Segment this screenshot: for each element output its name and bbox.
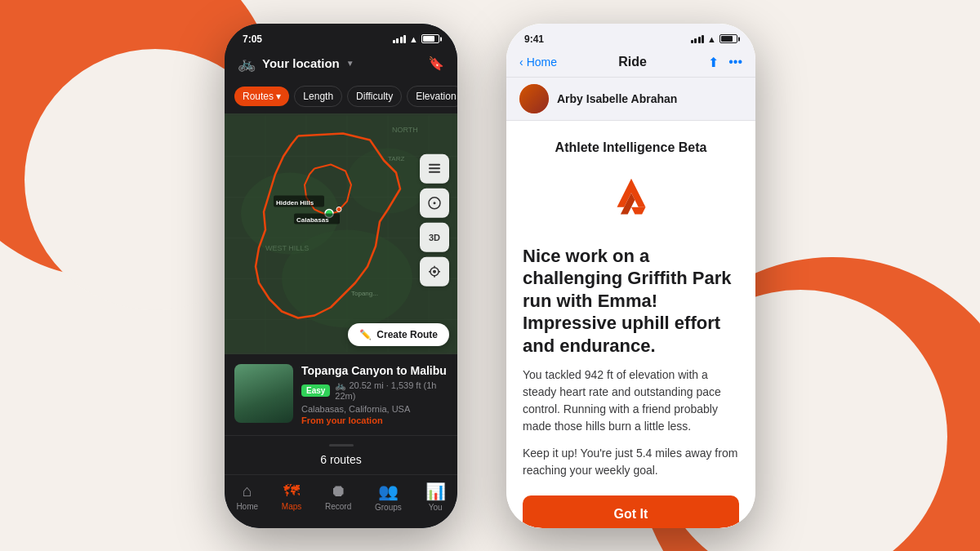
nav-title-2: Ride	[618, 55, 647, 69]
wifi-icon-2: ▲	[707, 34, 716, 44]
status-bar-2: 9:41 ▲	[506, 24, 755, 48]
filter-difficulty[interactable]: Difficulty	[347, 86, 402, 107]
svg-text:WEST HILLS: WEST HILLS	[265, 243, 309, 251]
svg-rect-26	[429, 171, 440, 173]
got-it-button[interactable]: Got It	[523, 495, 739, 528]
route-name: Topanga Canyon to Malibu	[301, 364, 448, 377]
back-button[interactable]: ‹ Home	[519, 56, 557, 69]
3d-button[interactable]: 3D	[420, 223, 449, 252]
map-buttons: 3D	[420, 154, 449, 287]
layers-button[interactable]	[420, 154, 449, 184]
svg-text:Topang...: Topang...	[351, 289, 378, 296]
back-chevron-icon: ‹	[519, 56, 523, 69]
route-thumbnail	[234, 364, 293, 423]
svg-point-30	[433, 270, 436, 273]
nav-header-2: ‹ Home Ride ⬆ •••	[506, 48, 755, 78]
route-location: Calabasas, California, USA	[301, 404, 448, 414]
maps-icon: 🗺	[283, 482, 300, 500]
svg-point-28	[434, 202, 436, 204]
nav-header-1: 🚲 Your location ▼ 🔖	[225, 48, 457, 79]
tab-home[interactable]: ⌂ Home	[236, 482, 258, 512]
create-route-label: Create Route	[376, 329, 438, 340]
tab-maps-label: Maps	[282, 502, 301, 511]
tab-groups[interactable]: 👥 Groups	[375, 482, 402, 512]
compass-button[interactable]	[420, 189, 449, 218]
user-avatar	[519, 84, 549, 113]
bike-icon: 🚲	[238, 55, 256, 73]
nav-title-1: Your location	[262, 56, 340, 70]
chevron-down-icon: ▼	[346, 59, 354, 68]
tab-you[interactable]: 📊 You	[425, 482, 446, 512]
signal-icon	[393, 35, 407, 43]
ai-card: Athlete Intelligence Beta Nice work on a…	[506, 121, 755, 528]
filter-elevation[interactable]: Elevation	[407, 86, 457, 107]
svg-text:Hidden Hills: Hidden Hills	[276, 198, 314, 206]
phone-1: 7:05 ▲ 🚲	[225, 24, 457, 528]
nav-actions: ⬆ •••	[708, 55, 742, 70]
routes-count-bar: 6 routes	[225, 435, 457, 474]
ai-headline: Nice work on a challenging Griffith Park…	[523, 245, 739, 358]
route-stats: 🚲 20.52 mi · 1,539 ft (1h 22m)	[335, 380, 448, 401]
wifi-icon: ▲	[409, 34, 418, 44]
route-info: Topanga Canyon to Malibu Easy 🚲 20.52 mi…	[301, 364, 448, 425]
share-button[interactable]: ⬆	[708, 55, 719, 70]
route-card[interactable]: Topanga Canyon to Malibu Easy 🚲 20.52 mi…	[225, 354, 457, 435]
time-display: 7:05	[243, 33, 262, 45]
battery-icon	[421, 34, 439, 43]
user-strip: Arby Isabelle Abrahan	[506, 78, 755, 121]
strava-logo	[523, 171, 739, 229]
status-bar-1: 7:05 ▲	[225, 24, 457, 48]
filter-bar: Routes ▾ Length Difficulty Elevation Sur…	[225, 79, 457, 113]
svg-text:TARZ: TARZ	[388, 154, 404, 162]
ai-body-2: Keep it up! You're just 5.4 miles away f…	[523, 445, 739, 479]
phone-2: 9:41 ▲ ‹	[506, 24, 755, 528]
svg-rect-25	[429, 167, 440, 169]
route-tags: Easy 🚲 20.52 mi · 1,539 ft (1h 22m)	[301, 380, 448, 401]
tab-groups-label: Groups	[375, 503, 402, 512]
svg-rect-24	[429, 164, 440, 166]
routes-count: 6 routes	[320, 453, 362, 466]
strava-a-icon	[603, 171, 660, 229]
create-route-button[interactable]: ✏️ Create Route	[348, 323, 449, 346]
pencil-icon: ✏️	[359, 329, 372, 340]
home-icon: ⌂	[243, 482, 252, 500]
svg-text:NORTH: NORTH	[392, 125, 418, 133]
bookmark-icon[interactable]: 🔖	[428, 56, 444, 71]
phone-screen-2: 9:41 ▲ ‹	[506, 24, 755, 528]
user-name: Arby Isabelle Abrahan	[557, 92, 677, 105]
more-button[interactable]: •••	[728, 55, 742, 69]
signal-icon-2	[691, 35, 705, 43]
you-icon: 📊	[425, 482, 446, 501]
svg-marker-37	[631, 207, 646, 214]
tab-you-label: You	[429, 503, 443, 512]
route-from-location: From your location	[301, 415, 448, 425]
filter-length[interactable]: Length	[294, 86, 342, 107]
scroll-indicator	[329, 444, 354, 447]
ai-card-title: Athlete Intelligence Beta	[523, 140, 739, 155]
tab-maps[interactable]: 🗺 Maps	[282, 482, 301, 512]
content-wrapper: 7:05 ▲ 🚲	[0, 0, 980, 551]
svg-text:Calabasas: Calabasas	[296, 216, 329, 223]
back-label: Home	[527, 56, 557, 69]
tab-bar-1: ⌂ Home 🗺 Maps ⏺ Record 👥 Groups 📊 Y	[225, 474, 457, 528]
location-button[interactable]	[420, 257, 449, 287]
phone-screen-1: 7:05 ▲ 🚲	[225, 24, 457, 528]
difficulty-badge: Easy	[301, 384, 330, 397]
battery-icon-2	[719, 34, 737, 43]
record-icon: ⏺	[330, 482, 346, 500]
time-display-2: 9:41	[524, 33, 544, 45]
tab-record-label: Record	[325, 502, 351, 511]
status-icons: ▲	[393, 34, 439, 44]
map-area[interactable]: NORTH WEST HILLS Hidden Hills	[225, 113, 457, 354]
tab-home-label: Home	[236, 502, 258, 511]
ai-body-1: You tackled 942 ft of elevation with a s…	[523, 367, 739, 435]
filter-routes[interactable]: Routes ▾	[234, 87, 289, 106]
groups-icon: 👥	[378, 482, 399, 501]
tab-record[interactable]: ⏺ Record	[325, 482, 351, 512]
svg-point-17	[336, 207, 341, 211]
status-icons-2: ▲	[691, 34, 737, 44]
